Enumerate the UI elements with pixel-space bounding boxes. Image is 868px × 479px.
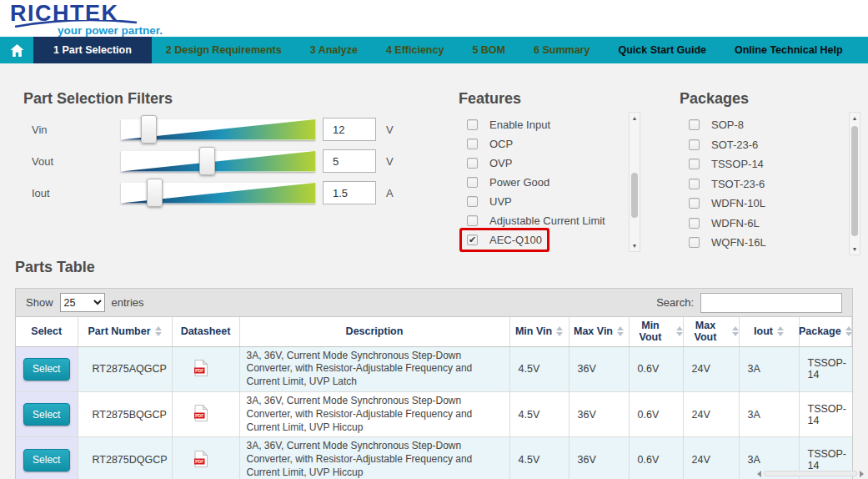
iout-cell: 3A — [739, 346, 799, 391]
slider-value-input[interactable] — [323, 118, 376, 141]
feature-label: UVP — [489, 195, 512, 208]
packages-scrollbar[interactable]: ▲ ▼ — [849, 112, 860, 255]
column-header[interactable]: Iout — [739, 317, 799, 346]
select-button[interactable]: Select — [23, 449, 70, 471]
package-label: WDFN-6L — [711, 217, 760, 229]
slider-track[interactable] — [121, 183, 315, 204]
package-item: SOT-23-6 — [689, 135, 844, 155]
select-button[interactable]: Select — [23, 403, 70, 426]
scroll-up-icon[interactable]: ▲ — [850, 115, 860, 121]
sort-icon[interactable] — [777, 326, 784, 336]
sort-icon[interactable] — [732, 326, 739, 336]
slider-handle[interactable] — [199, 147, 215, 175]
feature-item: UVP — [467, 192, 624, 211]
package-checkbox[interactable] — [689, 159, 700, 169]
scroll-right-icon[interactable] — [860, 471, 864, 477]
nav-tab[interactable]: 2 Design Requirements — [152, 37, 296, 63]
slider-value-input[interactable] — [323, 181, 376, 204]
slider-handle[interactable] — [147, 179, 163, 207]
feature-checkbox[interactable] — [467, 119, 478, 130]
sort-icon[interactable] — [556, 326, 563, 336]
scrollbar-track[interactable] — [764, 471, 857, 476]
richtek-logo: RICHTEK your power partner. — [10, 3, 163, 37]
package-checkbox[interactable] — [689, 119, 700, 130]
feature-checkbox[interactable] — [467, 158, 478, 169]
pdf-icon[interactable]: PDF — [194, 360, 208, 379]
slider-value-input[interactable] — [323, 149, 376, 173]
feature-checkbox[interactable] — [467, 234, 478, 245]
slider-gradient-wedge — [121, 151, 315, 172]
column-header[interactable]: Max Vout — [683, 317, 739, 346]
package-label: SOP-8 — [711, 118, 744, 131]
features-scrollbar[interactable]: ▲ ▼ — [629, 112, 640, 252]
features-list: Enable Input OCP OVP Power Good UVP — [464, 112, 640, 252]
horizontal-scrollbar[interactable] — [757, 469, 864, 478]
feature-checkbox[interactable] — [467, 177, 478, 188]
column-header-label: Iout — [754, 325, 773, 337]
nav-tab[interactable]: 6 Summary — [519, 37, 604, 63]
package-item: SOP-8 — [689, 115, 844, 135]
column-header-label: Select — [31, 325, 62, 337]
column-header[interactable]: Select — [16, 317, 78, 346]
filter-section: Part Selection Filters Vin V Vout V — [0, 63, 868, 254]
max-vout-cell: 24V — [683, 437, 739, 479]
filter-slider-row: Vout V — [32, 145, 394, 177]
nav-tab[interactable]: Quick Start Guide — [604, 37, 720, 63]
min-vout-cell: 0.6V — [629, 346, 683, 391]
slider-handle[interactable] — [141, 115, 157, 144]
feature-checkbox[interactable] — [467, 139, 478, 149]
column-header[interactable]: Part Number — [78, 317, 172, 346]
scroll-up-icon[interactable]: ▲ — [630, 115, 640, 121]
description-cell: 3A, 36V, Current Mode Synchronous Step-D… — [239, 437, 509, 479]
richtek-logo-text: RICHTEK — [10, 3, 163, 25]
pdf-icon[interactable]: PDF — [194, 405, 208, 424]
search-input[interactable] — [700, 293, 842, 313]
nav-tab[interactable]: 3 Analyze — [296, 37, 372, 63]
package-checkbox[interactable] — [689, 198, 700, 209]
entries-select[interactable]: 25 — [60, 293, 105, 312]
package-checkbox[interactable] — [689, 179, 700, 189]
scrollbar-thumb[interactable] — [851, 126, 858, 236]
brand-tagline: your power partner. — [58, 24, 163, 37]
slider-track[interactable] — [121, 151, 315, 172]
column-header[interactable]: Package — [799, 317, 852, 346]
package-checkbox[interactable] — [689, 237, 700, 248]
package-label: TSSOP-14 — [711, 158, 764, 170]
column-header[interactable]: Min Vin — [509, 317, 569, 346]
slider-label: Iout — [32, 187, 121, 199]
sort-icon[interactable] — [676, 326, 683, 336]
scroll-down-icon[interactable]: ▼ — [850, 246, 860, 252]
home-button[interactable] — [0, 37, 33, 63]
sort-icon[interactable] — [617, 326, 624, 336]
nav-tab-label: Online Technical Help — [735, 44, 843, 56]
column-header-label: Description — [346, 325, 404, 337]
column-header[interactable]: Max Vin — [569, 317, 629, 346]
column-header[interactable]: Datasheet — [172, 317, 239, 346]
slider-track[interactable] — [121, 119, 315, 140]
package-cell: TSSOP-14 — [799, 346, 852, 391]
nav-tab[interactable]: Online Technical Help — [720, 37, 857, 63]
column-header[interactable]: Min Vout — [629, 317, 683, 346]
parts-table-title: Parts Table — [15, 259, 868, 276]
pdf-icon[interactable]: PDF — [194, 451, 208, 470]
nav-tab[interactable]: 5 BOM — [458, 37, 519, 63]
feature-label: Power Good — [489, 176, 549, 189]
sort-icon[interactable] — [155, 326, 162, 336]
scroll-down-icon[interactable]: ▼ — [630, 243, 640, 249]
scrollbar-thumb[interactable] — [631, 173, 638, 218]
package-checkbox[interactable] — [689, 218, 700, 229]
datasheet-cell: PDF — [172, 437, 239, 479]
feature-checkbox[interactable] — [467, 196, 478, 207]
package-checkbox[interactable] — [689, 139, 700, 150]
description-cell: 3A, 36V, Current Mode Synchronous Step-D… — [239, 391, 509, 436]
select-cell: Select — [16, 346, 78, 391]
column-header-label: Datasheet — [181, 325, 231, 337]
sort-icon[interactable] — [845, 326, 852, 336]
feature-checkbox[interactable] — [467, 215, 478, 226]
svg-text:PDF: PDF — [195, 368, 203, 373]
select-button[interactable]: Select — [23, 358, 70, 381]
nav-tab[interactable]: 4 Efficiency — [372, 37, 458, 63]
column-header[interactable]: Description — [239, 317, 509, 346]
nav-tab[interactable]: 1 Part Selection — [33, 37, 152, 63]
scroll-left-icon[interactable] — [757, 471, 761, 477]
